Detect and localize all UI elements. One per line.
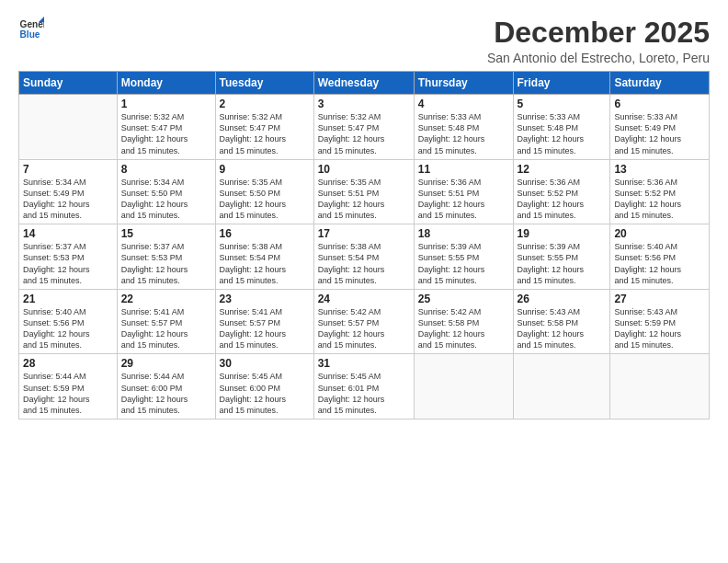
- day-info: Sunrise: 5:45 AM Sunset: 6:01 PM Dayligh…: [318, 371, 410, 416]
- day-number: 29: [121, 357, 211, 370]
- header-sunday: Sunday: [19, 72, 118, 95]
- calendar-week-row: 7Sunrise: 5:34 AM Sunset: 5:49 PM Daylig…: [19, 159, 710, 224]
- day-info: Sunrise: 5:43 AM Sunset: 5:59 PM Dayligh…: [614, 306, 705, 351]
- table-row: 23Sunrise: 5:41 AM Sunset: 5:57 PM Dayli…: [215, 289, 313, 354]
- table-row: 19Sunrise: 5:39 AM Sunset: 5:55 PM Dayli…: [513, 224, 610, 290]
- day-info: Sunrise: 5:34 AM Sunset: 5:49 PM Dayligh…: [23, 177, 113, 222]
- day-number: 2: [220, 98, 310, 110]
- day-info: Sunrise: 5:36 AM Sunset: 5:51 PM Dayligh…: [418, 177, 509, 222]
- table-row: [513, 354, 610, 419]
- day-number: 23: [220, 293, 310, 305]
- table-row: 8Sunrise: 5:34 AM Sunset: 5:50 PM Daylig…: [117, 159, 215, 224]
- day-info: Sunrise: 5:33 AM Sunset: 5:48 PM Dayligh…: [518, 111, 607, 156]
- table-row: 25Sunrise: 5:42 AM Sunset: 5:58 PM Dayli…: [414, 289, 513, 354]
- day-info: Sunrise: 5:33 AM Sunset: 5:49 PM Dayligh…: [614, 111, 705, 156]
- day-number: 21: [23, 293, 113, 305]
- table-row: 31Sunrise: 5:45 AM Sunset: 6:01 PM Dayli…: [313, 354, 414, 419]
- table-row: 22Sunrise: 5:41 AM Sunset: 5:57 PM Dayli…: [117, 289, 215, 354]
- table-row: 10Sunrise: 5:35 AM Sunset: 5:51 PM Dayli…: [313, 159, 414, 224]
- day-number: 25: [418, 293, 509, 305]
- day-number: 3: [318, 98, 410, 110]
- day-info: Sunrise: 5:34 AM Sunset: 5:50 PM Dayligh…: [121, 177, 211, 222]
- day-info: Sunrise: 5:40 AM Sunset: 5:56 PM Dayligh…: [614, 241, 705, 286]
- day-info: Sunrise: 5:36 AM Sunset: 5:52 PM Dayligh…: [518, 177, 607, 222]
- header-row: General Blue December 2025 San Antonio d…: [18, 17, 710, 65]
- table-row: 12Sunrise: 5:36 AM Sunset: 5:52 PM Dayli…: [513, 159, 610, 224]
- day-info: Sunrise: 5:37 AM Sunset: 5:53 PM Dayligh…: [121, 241, 211, 286]
- day-info: Sunrise: 5:42 AM Sunset: 5:58 PM Dayligh…: [418, 306, 509, 351]
- table-row: 5Sunrise: 5:33 AM Sunset: 5:48 PM Daylig…: [513, 95, 610, 160]
- day-number: 26: [518, 293, 607, 305]
- day-number: 27: [614, 293, 705, 305]
- table-row: 28Sunrise: 5:44 AM Sunset: 5:59 PM Dayli…: [19, 354, 118, 419]
- svg-text:Blue: Blue: [20, 29, 40, 40]
- day-number: 14: [23, 227, 113, 240]
- calendar-week-row: 21Sunrise: 5:40 AM Sunset: 5:56 PM Dayli…: [19, 289, 710, 354]
- main-title: December 2025: [487, 17, 710, 49]
- day-info: Sunrise: 5:37 AM Sunset: 5:53 PM Dayligh…: [23, 241, 113, 286]
- day-info: Sunrise: 5:38 AM Sunset: 5:54 PM Dayligh…: [318, 241, 410, 286]
- day-number: 12: [518, 163, 607, 176]
- table-row: [19, 95, 118, 160]
- calendar-week-row: 1Sunrise: 5:32 AM Sunset: 5:47 PM Daylig…: [19, 95, 710, 160]
- day-number: 4: [418, 98, 509, 110]
- table-row: 18Sunrise: 5:39 AM Sunset: 5:55 PM Dayli…: [414, 224, 513, 290]
- table-row: 20Sunrise: 5:40 AM Sunset: 5:56 PM Dayli…: [610, 224, 710, 290]
- day-number: 1: [121, 98, 211, 110]
- table-row: 13Sunrise: 5:36 AM Sunset: 5:52 PM Dayli…: [610, 159, 710, 224]
- calendar-week-row: 28Sunrise: 5:44 AM Sunset: 5:59 PM Dayli…: [19, 354, 710, 419]
- day-info: Sunrise: 5:38 AM Sunset: 5:54 PM Dayligh…: [220, 241, 310, 286]
- table-row: 29Sunrise: 5:44 AM Sunset: 6:00 PM Dayli…: [117, 354, 215, 419]
- header-friday: Friday: [513, 72, 610, 95]
- day-info: Sunrise: 5:44 AM Sunset: 6:00 PM Dayligh…: [121, 371, 211, 416]
- header-saturday: Saturday: [610, 72, 710, 95]
- table-row: 26Sunrise: 5:43 AM Sunset: 5:58 PM Dayli…: [513, 289, 610, 354]
- table-row: 9Sunrise: 5:35 AM Sunset: 5:50 PM Daylig…: [215, 159, 313, 224]
- day-info: Sunrise: 5:42 AM Sunset: 5:57 PM Dayligh…: [318, 306, 410, 351]
- day-number: 16: [220, 227, 310, 240]
- day-number: 7: [23, 163, 113, 176]
- day-info: Sunrise: 5:32 AM Sunset: 5:47 PM Dayligh…: [220, 111, 310, 156]
- day-info: Sunrise: 5:40 AM Sunset: 5:56 PM Dayligh…: [23, 306, 113, 351]
- day-number: 17: [318, 227, 410, 240]
- table-row: 27Sunrise: 5:43 AM Sunset: 5:59 PM Dayli…: [610, 289, 710, 354]
- day-number: 31: [318, 357, 410, 370]
- logo-icon: General Blue: [18, 17, 44, 42]
- day-number: 8: [121, 163, 211, 176]
- day-number: 28: [23, 357, 113, 370]
- day-info: Sunrise: 5:32 AM Sunset: 5:47 PM Dayligh…: [318, 111, 410, 156]
- day-info: Sunrise: 5:32 AM Sunset: 5:47 PM Dayligh…: [121, 111, 211, 156]
- day-info: Sunrise: 5:39 AM Sunset: 5:55 PM Dayligh…: [418, 241, 509, 286]
- day-info: Sunrise: 5:33 AM Sunset: 5:48 PM Dayligh…: [418, 111, 509, 156]
- table-row: 30Sunrise: 5:45 AM Sunset: 6:00 PM Dayli…: [215, 354, 313, 419]
- table-row: 15Sunrise: 5:37 AM Sunset: 5:53 PM Dayli…: [117, 224, 215, 290]
- day-number: 6: [614, 98, 705, 110]
- calendar-header-row: Sunday Monday Tuesday Wednesday Thursday…: [19, 72, 710, 95]
- day-number: 19: [518, 227, 607, 240]
- day-info: Sunrise: 5:43 AM Sunset: 5:58 PM Dayligh…: [518, 306, 607, 351]
- logo: General Blue: [18, 17, 44, 42]
- day-number: 10: [318, 163, 410, 176]
- table-row: 7Sunrise: 5:34 AM Sunset: 5:49 PM Daylig…: [19, 159, 118, 224]
- table-row: 17Sunrise: 5:38 AM Sunset: 5:54 PM Dayli…: [313, 224, 414, 290]
- table-row: [610, 354, 710, 419]
- day-number: 5: [518, 98, 607, 110]
- page: General Blue December 2025 San Antonio d…: [0, 0, 728, 563]
- table-row: 11Sunrise: 5:36 AM Sunset: 5:51 PM Dayli…: [414, 159, 513, 224]
- title-section: December 2025 San Antonio del Estrecho, …: [487, 17, 710, 65]
- header-wednesday: Wednesday: [313, 72, 414, 95]
- day-number: 24: [318, 293, 410, 305]
- day-info: Sunrise: 5:35 AM Sunset: 5:51 PM Dayligh…: [318, 177, 410, 222]
- day-info: Sunrise: 5:45 AM Sunset: 6:00 PM Dayligh…: [220, 371, 310, 416]
- day-number: 18: [418, 227, 509, 240]
- table-row: 21Sunrise: 5:40 AM Sunset: 5:56 PM Dayli…: [19, 289, 118, 354]
- calendar: Sunday Monday Tuesday Wednesday Thursday…: [18, 71, 710, 419]
- table-row: 6Sunrise: 5:33 AM Sunset: 5:49 PM Daylig…: [610, 95, 710, 160]
- day-number: 22: [121, 293, 211, 305]
- day-number: 15: [121, 227, 211, 240]
- table-row: 1Sunrise: 5:32 AM Sunset: 5:47 PM Daylig…: [117, 95, 215, 160]
- day-info: Sunrise: 5:41 AM Sunset: 5:57 PM Dayligh…: [121, 306, 211, 351]
- day-number: 30: [220, 357, 310, 370]
- day-number: 9: [220, 163, 310, 176]
- table-row: 2Sunrise: 5:32 AM Sunset: 5:47 PM Daylig…: [215, 95, 313, 160]
